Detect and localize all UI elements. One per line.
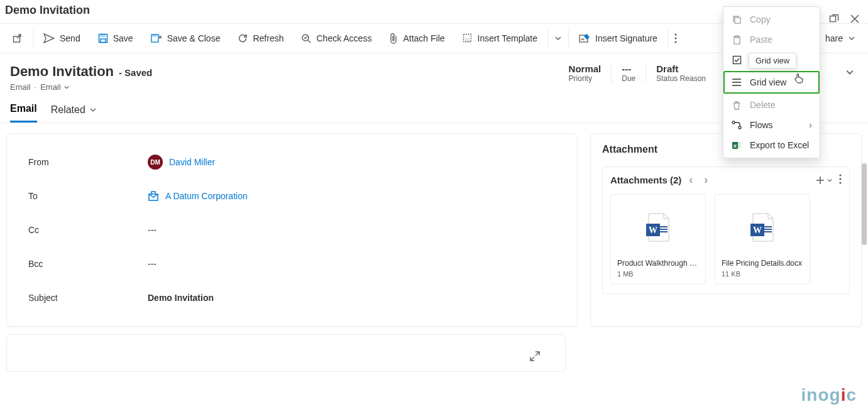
plus-icon — [815, 175, 825, 185]
attachment-size: 1 MB — [617, 270, 699, 278]
svg-point-15 — [839, 174, 841, 176]
svg-point-13 — [674, 41, 676, 43]
share-button[interactable]: hare — [816, 24, 864, 53]
svg-rect-28 — [735, 18, 740, 23]
bcc-label: Bcc — [28, 259, 148, 269]
record-title: Demo Invitation - Saved — [10, 63, 152, 80]
svg-rect-4 — [101, 39, 106, 43]
subject-label: Subject — [28, 293, 148, 303]
subject-value[interactable]: Demo Invitation — [148, 293, 214, 303]
refresh-icon — [238, 33, 248, 43]
save-icon — [98, 33, 108, 43]
to-label: To — [28, 191, 148, 201]
refresh-button[interactable]: Refresh — [229, 24, 292, 53]
template-icon — [463, 33, 473, 43]
from-value[interactable]: DM David Miller — [148, 155, 215, 170]
attach-file-button[interactable]: Attach File — [380, 24, 453, 53]
due-value: --- — [622, 63, 635, 74]
copy-icon — [731, 15, 742, 25]
signature-icon — [579, 33, 590, 43]
cc-label: Cc — [28, 225, 148, 235]
chevron-down-icon — [63, 84, 70, 90]
scrollbar[interactable] — [862, 163, 867, 245]
grid-view-tooltip: Grid view — [749, 53, 796, 68]
expand-icon[interactable] — [530, 351, 540, 363]
flows-icon — [731, 121, 742, 129]
check-access-button[interactable]: Check Access — [292, 24, 380, 53]
template-chevron[interactable] — [549, 24, 567, 53]
email-body-card[interactable] — [6, 334, 566, 372]
header-chevron[interactable] — [842, 64, 858, 82]
ctx-paste: Paste — [723, 30, 820, 50]
svg-rect-22 — [660, 231, 667, 232]
priority-value: Normal — [569, 63, 602, 74]
ctx-grid-view[interactable]: Grid view — [723, 71, 820, 94]
send-button[interactable]: Send — [35, 24, 89, 53]
paste-icon — [731, 35, 742, 45]
insert-signature-button[interactable]: Insert Signature — [570, 24, 666, 53]
svg-text:W: W — [753, 226, 762, 235]
to-value[interactable]: A Datum Corporation — [148, 190, 248, 202]
attachment-item[interactable]: W Product Walkthrough Det... 1 MB — [610, 194, 706, 285]
paperclip-icon — [389, 33, 398, 44]
svg-point-11 — [674, 33, 676, 35]
svg-rect-27 — [764, 231, 772, 232]
svg-point-17 — [839, 182, 841, 183]
bcc-value[interactable]: --- — [148, 259, 157, 269]
svg-point-16 — [839, 178, 841, 180]
form-selector[interactable]: Email — [40, 82, 70, 92]
vertical-dots-icon — [839, 174, 842, 184]
add-attachment-button[interactable] — [815, 175, 833, 185]
from-label: From — [28, 157, 148, 167]
chevron-down-icon — [845, 68, 854, 77]
close-icon[interactable] — [850, 14, 859, 25]
cursor-icon — [794, 72, 804, 85]
attachment-card: Attachment Attachments (2) ‹ › — [590, 133, 862, 327]
svg-rect-36 — [738, 143, 741, 144]
save-close-button[interactable]: Save & Close — [142, 24, 229, 53]
status-reason-label: Status Reason — [656, 74, 706, 83]
insert-template-button[interactable]: Insert Template — [454, 24, 546, 53]
attachment-size: 11 KB — [722, 270, 803, 278]
attachment-overflow[interactable] — [839, 174, 842, 186]
attachment-item[interactable]: W File Pricing Details.docx 11 KB — [715, 194, 810, 285]
overflow-button[interactable] — [669, 24, 682, 53]
svg-rect-20 — [660, 226, 667, 227]
attachment-name: Product Walkthrough Det... — [617, 259, 699, 268]
svg-rect-1 — [14, 36, 20, 42]
attachments-count: Attachments (2) — [610, 175, 681, 185]
svg-rect-21 — [660, 229, 667, 230]
svg-point-12 — [674, 37, 676, 39]
next-attachment[interactable]: › — [700, 173, 711, 187]
chevron-right-icon: › — [809, 120, 812, 130]
svg-rect-37 — [738, 144, 741, 146]
tab-email[interactable]: Email — [10, 103, 37, 123]
tab-related[interactable]: Related — [51, 104, 97, 122]
svg-rect-9 — [465, 38, 470, 41]
svg-rect-0 — [830, 16, 836, 22]
popout-button[interactable] — [4, 24, 31, 53]
brand-watermark: inogic — [801, 385, 857, 405]
svg-rect-3 — [101, 35, 105, 37]
vertical-dots-icon — [674, 33, 677, 43]
context-menu: Copy Paste Select All Grid view Grid vie… — [723, 6, 820, 158]
svg-rect-6 — [153, 35, 157, 36]
entity-label: Email — [10, 82, 31, 92]
word-doc-icon: W — [749, 212, 776, 242]
save-close-icon — [151, 33, 162, 43]
popout-icon[interactable] — [829, 14, 839, 26]
prev-attachment[interactable]: ‹ — [685, 173, 696, 187]
save-button[interactable]: Save — [89, 24, 142, 53]
email-form-card: From DM David Miller To A Datum Corporat… — [6, 133, 578, 327]
chevron-down-icon — [89, 106, 97, 114]
svg-rect-38 — [738, 146, 741, 148]
chevron-down-icon — [848, 35, 855, 42]
priority-label: Priority — [569, 74, 602, 83]
svg-rect-25 — [764, 226, 772, 227]
ctx-export-excel[interactable]: X Export to Excel — [723, 135, 820, 155]
ctx-flows[interactable]: Flows › — [723, 115, 820, 135]
chevron-down-icon — [554, 35, 562, 42]
svg-point-33 — [739, 126, 741, 129]
cc-value[interactable]: --- — [148, 225, 157, 235]
attachment-name: File Pricing Details.docx — [722, 259, 803, 268]
